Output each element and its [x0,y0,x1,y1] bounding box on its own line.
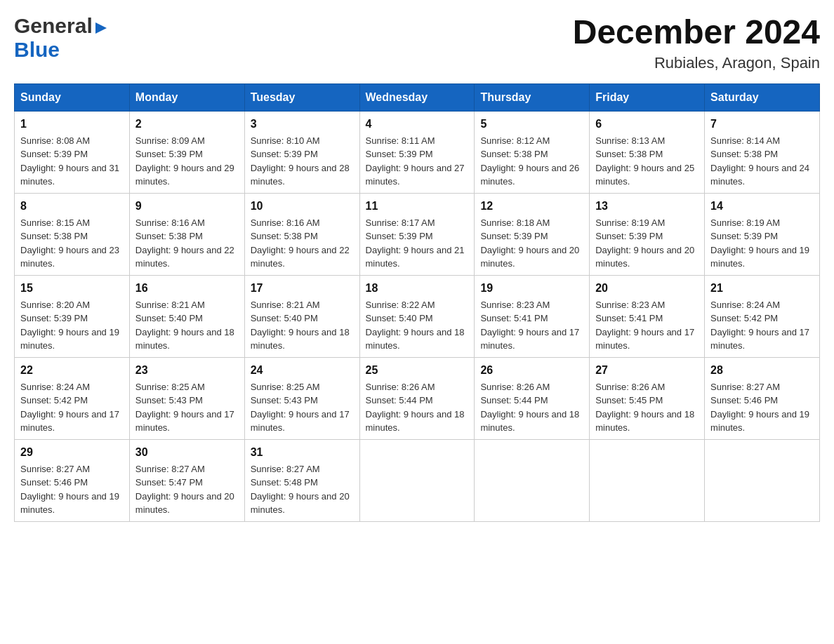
day-info: Sunrise: 8:17 AMSunset: 5:39 PMDaylight:… [366,217,465,269]
day-number: 24 [251,362,354,379]
day-of-week-friday: Friday [590,83,705,111]
day-info: Sunrise: 8:26 AMSunset: 5:44 PMDaylight:… [480,382,579,434]
day-number: 7 [710,116,814,133]
logo: General Blue [14,14,108,62]
day-number: 16 [135,280,239,297]
calendar-cell: 25 Sunrise: 8:26 AMSunset: 5:44 PMDaylig… [359,357,475,439]
page-subtitle: Rubiales, Aragon, Spain [573,54,820,72]
calendar-cell: 14 Sunrise: 8:19 AMSunset: 5:39 PMDaylig… [705,193,820,275]
day-info: Sunrise: 8:21 AMSunset: 5:40 PMDaylight:… [135,300,234,351]
day-of-week-sunday: Sunday [15,83,130,111]
day-number: 15 [20,280,124,297]
day-number: 12 [480,198,583,215]
day-info: Sunrise: 8:24 AMSunset: 5:42 PMDaylight:… [20,382,119,434]
day-info: Sunrise: 8:10 AMSunset: 5:39 PMDaylight:… [251,135,350,187]
calendar-cell: 17 Sunrise: 8:21 AMSunset: 5:40 PMDaylig… [244,275,359,357]
day-number: 30 [135,444,239,461]
calendar-cell [475,439,590,521]
calendar-cell [359,439,475,521]
day-of-week-wednesday: Wednesday [359,83,475,111]
calendar-cell: 30 Sunrise: 8:27 AMSunset: 5:47 PMDaylig… [129,439,244,521]
day-number: 2 [135,116,239,133]
svg-marker-0 [95,22,107,34]
day-number: 19 [480,280,583,297]
day-info: Sunrise: 8:09 AMSunset: 5:39 PMDaylight:… [135,135,234,187]
calendar-cell: 27 Sunrise: 8:26 AMSunset: 5:45 PMDaylig… [590,357,705,439]
day-info: Sunrise: 8:23 AMSunset: 5:41 PMDaylight:… [480,300,579,351]
day-info: Sunrise: 8:11 AMSunset: 5:39 PMDaylight:… [366,135,465,187]
day-info: Sunrise: 8:16 AMSunset: 5:38 PMDaylight:… [135,217,234,269]
day-info: Sunrise: 8:16 AMSunset: 5:38 PMDaylight:… [251,217,350,269]
day-number: 26 [480,362,583,379]
day-info: Sunrise: 8:15 AMSunset: 5:38 PMDaylight:… [20,217,119,269]
calendar-cell: 15 Sunrise: 8:20 AMSunset: 5:39 PMDaylig… [15,275,130,357]
day-info: Sunrise: 8:08 AMSunset: 5:39 PMDaylight:… [20,135,119,187]
day-info: Sunrise: 8:25 AMSunset: 5:43 PMDaylight:… [251,382,350,434]
day-info: Sunrise: 8:18 AMSunset: 5:39 PMDaylight:… [480,217,579,269]
calendar-cell: 29 Sunrise: 8:27 AMSunset: 5:46 PMDaylig… [15,439,130,521]
calendar-cell [590,439,705,521]
day-number: 6 [595,116,699,133]
calendar-cell [705,439,820,521]
day-number: 14 [710,198,814,215]
calendar-cell: 31 Sunrise: 8:27 AMSunset: 5:48 PMDaylig… [244,439,359,521]
day-number: 10 [251,198,354,215]
logo-blue-text: Blue [14,38,60,61]
calendar-cell: 7 Sunrise: 8:14 AMSunset: 5:38 PMDayligh… [705,111,820,193]
day-of-week-thursday: Thursday [475,83,590,111]
day-number: 23 [135,362,239,379]
calendar-body: 1 Sunrise: 8:08 AMSunset: 5:39 PMDayligh… [15,111,820,521]
day-number: 18 [366,280,469,297]
day-info: Sunrise: 8:27 AMSunset: 5:46 PMDaylight:… [710,382,809,434]
logo-general-text: General [14,14,93,38]
day-number: 8 [20,198,124,215]
calendar-cell: 4 Sunrise: 8:11 AMSunset: 5:39 PMDayligh… [359,111,475,193]
calendar-cell: 21 Sunrise: 8:24 AMSunset: 5:42 PMDaylig… [705,275,820,357]
week-row-3: 15 Sunrise: 8:20 AMSunset: 5:39 PMDaylig… [15,275,820,357]
day-number: 20 [595,280,699,297]
week-row-1: 1 Sunrise: 8:08 AMSunset: 5:39 PMDayligh… [15,111,820,193]
day-of-week-tuesday: Tuesday [244,83,359,111]
day-info: Sunrise: 8:22 AMSunset: 5:40 PMDaylight:… [366,300,465,351]
day-number: 22 [20,362,124,379]
calendar-cell: 12 Sunrise: 8:18 AMSunset: 5:39 PMDaylig… [475,193,590,275]
week-row-5: 29 Sunrise: 8:27 AMSunset: 5:46 PMDaylig… [15,439,820,521]
page-title: December 2024 [573,14,820,51]
calendar-cell: 23 Sunrise: 8:25 AMSunset: 5:43 PMDaylig… [129,357,244,439]
day-number: 17 [251,280,354,297]
day-info: Sunrise: 8:26 AMSunset: 5:44 PMDaylight:… [366,382,465,434]
day-info: Sunrise: 8:25 AMSunset: 5:43 PMDaylight:… [135,382,234,434]
day-info: Sunrise: 8:21 AMSunset: 5:40 PMDaylight:… [251,300,350,351]
day-number: 5 [480,116,583,133]
calendar-cell: 20 Sunrise: 8:23 AMSunset: 5:41 PMDaylig… [590,275,705,357]
day-number: 1 [20,116,124,133]
day-info: Sunrise: 8:26 AMSunset: 5:45 PMDaylight:… [595,382,694,434]
day-number: 4 [366,116,469,133]
calendar-cell: 2 Sunrise: 8:09 AMSunset: 5:39 PMDayligh… [129,111,244,193]
day-number: 27 [595,362,699,379]
calendar-header: SundayMondayTuesdayWednesdayThursdayFrid… [15,83,820,111]
calendar-cell: 5 Sunrise: 8:12 AMSunset: 5:38 PMDayligh… [475,111,590,193]
day-number: 3 [251,116,354,133]
calendar-cell: 8 Sunrise: 8:15 AMSunset: 5:38 PMDayligh… [15,193,130,275]
calendar-cell: 3 Sunrise: 8:10 AMSunset: 5:39 PMDayligh… [244,111,359,193]
day-info: Sunrise: 8:27 AMSunset: 5:48 PMDaylight:… [251,464,350,516]
calendar-cell: 28 Sunrise: 8:27 AMSunset: 5:46 PMDaylig… [705,357,820,439]
day-number: 29 [20,444,124,461]
title-block: December 2024 Rubiales, Aragon, Spain [573,14,820,72]
calendar-cell: 18 Sunrise: 8:22 AMSunset: 5:40 PMDaylig… [359,275,475,357]
calendar-cell: 9 Sunrise: 8:16 AMSunset: 5:38 PMDayligh… [129,193,244,275]
calendar-cell: 13 Sunrise: 8:19 AMSunset: 5:39 PMDaylig… [590,193,705,275]
page-header: General Blue December 2024 Rubiales, Ara… [14,14,820,72]
week-row-2: 8 Sunrise: 8:15 AMSunset: 5:38 PMDayligh… [15,193,820,275]
day-number: 9 [135,198,239,215]
day-info: Sunrise: 8:14 AMSunset: 5:38 PMDaylight:… [710,135,809,187]
day-number: 11 [366,198,469,215]
calendar-cell: 1 Sunrise: 8:08 AMSunset: 5:39 PMDayligh… [15,111,130,193]
calendar-table: SundayMondayTuesdayWednesdayThursdayFrid… [14,83,820,522]
week-row-4: 22 Sunrise: 8:24 AMSunset: 5:42 PMDaylig… [15,357,820,439]
day-info: Sunrise: 8:19 AMSunset: 5:39 PMDaylight:… [710,217,809,269]
day-info: Sunrise: 8:12 AMSunset: 5:38 PMDaylight:… [480,135,579,187]
calendar-cell: 19 Sunrise: 8:23 AMSunset: 5:41 PMDaylig… [475,275,590,357]
calendar-cell: 16 Sunrise: 8:21 AMSunset: 5:40 PMDaylig… [129,275,244,357]
